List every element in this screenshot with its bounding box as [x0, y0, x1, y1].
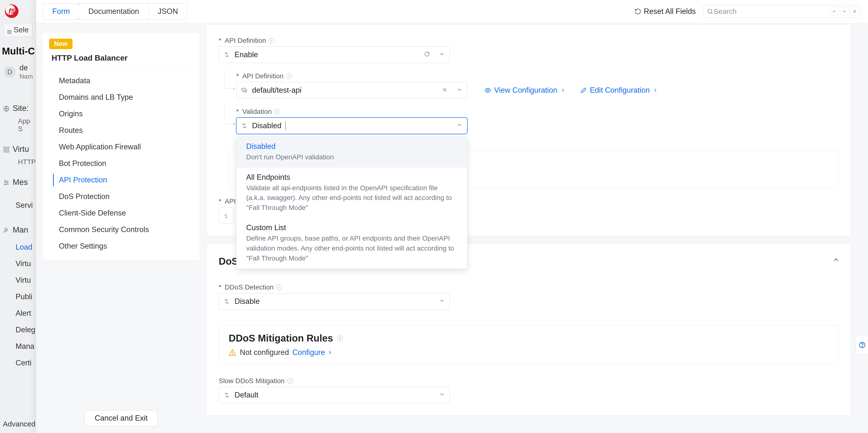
- ddos-mitigation-rules-panel: DDoS Mitigation Rules i Not configured C…: [219, 325, 839, 364]
- form-title: HTTP Load Balancer: [43, 53, 199, 69]
- tree-arrow-icon: [233, 88, 235, 90]
- label-text: API Definition: [242, 72, 284, 80]
- info-icon[interactable]: i: [337, 336, 343, 341]
- section-dos-protection: DoS * DDoS Detection i Disable: [206, 244, 851, 416]
- option-title: All Endpoints: [246, 173, 457, 182]
- edit-configuration-link[interactable]: Edit Configuration: [580, 86, 658, 95]
- collapse-section[interactable]: [832, 256, 840, 264]
- field-label-slow-ddos: Slow DDoS Mitigation i: [219, 377, 839, 385]
- option-sub: Don't run OpenAPI validation: [246, 152, 457, 162]
- dropdown-option-disabled[interactable]: Disabled Don't run OpenAPI validation: [237, 137, 467, 167]
- section-api-protection: * API Definition i Enable: [206, 24, 851, 236]
- form-nav-item-origins[interactable]: Origins: [43, 105, 199, 122]
- form-nav-item-client-side-defense[interactable]: Client-Side Defense: [43, 205, 199, 221]
- select-value: Default: [235, 391, 258, 399]
- chevron-right-icon: [653, 88, 658, 93]
- form-nav-item-bot-protection[interactable]: Bot Protection: [43, 155, 199, 172]
- select-api-definition[interactable]: Enable: [219, 47, 450, 63]
- select-api-definition-ref[interactable]: default/test-api: [236, 82, 467, 98]
- field-label-api-definition: * API Definition i: [219, 37, 839, 44]
- chevron-down-icon: [439, 391, 445, 399]
- select-value: default/test-api: [252, 86, 302, 95]
- cancel-and-exit-button[interactable]: Cancel and Exit: [85, 410, 157, 426]
- info-icon[interactable]: i: [269, 38, 274, 43]
- chevron-down-icon: [439, 297, 445, 306]
- info-icon[interactable]: i: [276, 284, 282, 290]
- chevron-up-icon: [832, 9, 837, 14]
- form-nav-item-metadata[interactable]: Metadata: [43, 72, 199, 89]
- top-toolbar: Form Documentation JSON Reset All Fields: [36, 0, 868, 23]
- form-nav-list: Metadata Domains and LB Type Origins Rou…: [43, 69, 199, 254]
- chevron-up-icon: [456, 121, 463, 130]
- field-label-validation: * Validation i: [236, 108, 839, 116]
- select-validation[interactable]: Disabled: [236, 118, 467, 134]
- svg-point-16: [232, 354, 233, 355]
- form-main: * API Definition i Enable: [206, 23, 868, 433]
- form-nav-item-routes[interactable]: Routes: [43, 122, 199, 138]
- search-input[interactable]: [714, 7, 828, 16]
- select-value: Disable: [235, 297, 259, 306]
- field-label-api-definition-inner: * API Definition i: [236, 72, 839, 80]
- form-nav-item-other-settings[interactable]: Other Settings: [43, 238, 199, 254]
- svg-rect-13: [242, 88, 245, 91]
- text-cursor: [285, 121, 286, 130]
- dropdown-option-all-endpoints[interactable]: All Endpoints Validate all api-endpoints…: [237, 167, 467, 218]
- svg-point-12: [708, 9, 712, 13]
- dropdown-option-custom-list[interactable]: Custom List Define API groups, base path…: [237, 218, 467, 269]
- pencil-icon: [580, 87, 587, 94]
- clear-icon[interactable]: [442, 86, 447, 95]
- refresh-icon[interactable]: [424, 50, 430, 59]
- select-ddos-detection[interactable]: Disable: [219, 293, 450, 310]
- select-slow-ddos[interactable]: Default: [219, 387, 450, 403]
- form-nav-item-api-protection[interactable]: API Protection: [43, 172, 199, 188]
- chevron-right-icon: [560, 88, 566, 93]
- select-partial[interactable]: [219, 207, 233, 224]
- not-configured-text: Not configured: [240, 348, 289, 357]
- form-nav-item-waf[interactable]: Web Application Firewall: [43, 138, 199, 155]
- switch-icon: [223, 298, 230, 305]
- svg-point-14: [487, 90, 489, 91]
- form-nav-item-domains[interactable]: Domains and LB Type: [43, 89, 199, 105]
- reset-all-fields[interactable]: Reset All Fields: [634, 7, 696, 16]
- label-text: DDoS Detection: [225, 283, 274, 291]
- svg-point-18: [862, 346, 862, 347]
- chevron-down-icon: [842, 9, 847, 14]
- switch-icon: [241, 122, 248, 129]
- search-icon: [707, 8, 714, 15]
- switch-icon: [223, 392, 230, 398]
- help-button[interactable]: [856, 336, 868, 354]
- chevron-up-icon: [832, 256, 840, 264]
- form-nav-item-dos-protection[interactable]: DoS Protection: [43, 188, 199, 205]
- search-box[interactable]: [703, 5, 861, 18]
- search-clear[interactable]: [850, 7, 859, 16]
- form-side-nav: New HTTP Load Balancer Metadata Domains …: [36, 23, 206, 433]
- label-text: API: [225, 197, 236, 205]
- search-next[interactable]: [840, 7, 849, 16]
- undo-icon: [634, 8, 641, 15]
- label-text: Slow DDoS Mitigation: [219, 377, 285, 385]
- chevron-down-icon: [456, 86, 463, 95]
- help-icon: [859, 341, 866, 348]
- search-prev[interactable]: [830, 7, 839, 16]
- info-icon[interactable]: i: [286, 73, 292, 79]
- view-configuration-link[interactable]: View Configuration: [484, 86, 566, 95]
- switch-icon: [223, 212, 229, 219]
- form-nav-item-common-security[interactable]: Common Security Controls: [43, 221, 199, 238]
- link-icon: [241, 87, 248, 94]
- configure-link[interactable]: Configure: [292, 348, 333, 357]
- option-sub: Define API groups, base paths, or API en…: [246, 234, 457, 263]
- select-value: Disabled: [252, 121, 281, 130]
- tab-form[interactable]: Form: [43, 3, 79, 20]
- info-icon[interactable]: i: [287, 378, 293, 384]
- select-value: Enable: [235, 50, 258, 59]
- warning-icon: [229, 348, 237, 357]
- heading-text: DDoS Mitigation Rules: [229, 333, 333, 344]
- info-icon[interactable]: i: [274, 109, 280, 115]
- link-label: Configure: [292, 348, 325, 357]
- tab-documentation[interactable]: Documentation: [79, 4, 149, 19]
- link-label: View Configuration: [494, 86, 557, 95]
- option-title: Disabled: [246, 142, 457, 151]
- link-label: Edit Configuration: [590, 86, 650, 95]
- tab-json[interactable]: JSON: [149, 4, 187, 19]
- label-text: Validation: [242, 108, 272, 116]
